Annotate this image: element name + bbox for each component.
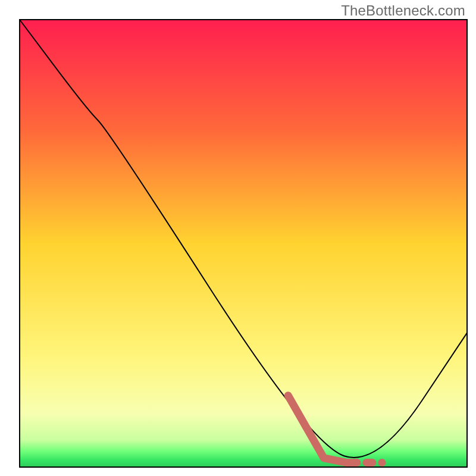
chart-svg: [0, 0, 476, 476]
plot-background: [20, 20, 467, 467]
watermark-text: TheBottleneck.com: [341, 2, 465, 19]
chart-container: TheBottleneck.com: [0, 0, 476, 476]
